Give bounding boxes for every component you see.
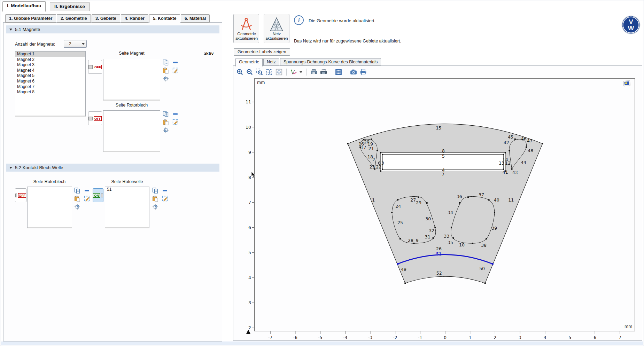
clear-selection-icon[interactable] [172,119,179,125]
magnet-list-item[interactable]: Magnet 5 [15,73,85,79]
edge-label-36: 36 [457,194,462,199]
selection-box-contact-rotorblech[interactable] [27,187,72,228]
edge-label-20: 20 [364,139,370,144]
axis-dropdown-caret-icon[interactable] [300,71,302,73]
magnet-list-item[interactable]: Magnet 7 [15,84,85,90]
magnet-list-item[interactable]: Magnet 3 [15,62,85,68]
vertex-dot [377,150,378,151]
edge-label-42: 42 [504,140,509,145]
paste-icon[interactable] [163,68,169,74]
edge-label-32: 32 [429,228,434,233]
aktiv-label: aktiv [204,51,214,56]
tab-netz[interactable]: Netz [263,58,279,66]
x-tick-label: -1 [418,335,422,340]
tab-1-globale-parameter[interactable]: 1. Globale Parameter [5,14,56,23]
update-geometry-button[interactable]: Geometrie aktualisieren [233,14,259,43]
x-tick-label: -4 [343,335,348,340]
magnet-list-item[interactable]: Magnet 1 [15,52,85,57]
edge-label-8: 8 [442,148,445,154]
zoom-to-selection-icon[interactable] [74,204,80,210]
clear-selection-icon[interactable] [84,196,90,202]
paste-icon[interactable] [74,196,80,202]
remove-icon[interactable] [172,111,179,117]
image-snapshot-icon[interactable] [310,69,317,76]
zoom-extents-icon[interactable] [266,69,273,76]
toggle-slider-icon [15,194,17,197]
magnet-list-item[interactable]: Magnet 2 [15,57,85,63]
toggle-seite-magnet[interactable]: OFF [88,60,102,74]
axis-orientation-icon[interactable] [290,69,297,76]
copy-icon[interactable] [152,188,158,194]
copy-icon[interactable] [163,111,169,117]
compass-icon [239,16,254,32]
section-contact-header[interactable]: 5.2 Kontakt Blech-Welle [6,164,219,172]
y-tick-label: 6 [248,225,251,230]
edge-label-49: 49 [401,267,406,272]
vertex-dot [503,154,504,155]
paste-icon[interactable] [163,119,169,125]
zoom-to-selection-icon[interactable] [152,204,158,210]
remove-icon[interactable] [162,188,168,194]
edge-label-30: 30 [425,216,431,221]
copy-icon[interactable] [163,60,169,66]
chevron-down-icon [82,43,85,45]
zoom-to-selection-icon[interactable] [163,76,169,82]
edge-label-10: 10 [459,242,465,247]
tab-modellaufbau[interactable]: I. Modellaufbau [2,1,46,11]
selection-box-seite-rotorblech[interactable] [103,110,160,152]
edge-label-45: 45 [508,134,513,140]
svg-text:i: i [298,17,300,24]
plot-window-icon[interactable] [623,80,631,87]
tab-3-gebiete[interactable]: 3. Gebiete [92,14,120,23]
edge-label-51: 51 [436,251,442,257]
image-snapshot-settings-icon[interactable] [320,69,327,76]
vertex-dot [467,196,469,198]
toggle-contact-rotorblech[interactable]: OFF [15,188,26,202]
show-geometry-labels-button[interactable]: Geometrie-Labels zeigen [234,48,290,56]
tab-5-kontakte[interactable]: 5. Kontakte [149,14,180,23]
remove-icon[interactable] [172,60,179,66]
magnet-list[interactable]: Magnet 1Magnet 2Magnet 3Magnet 4Magnet 5… [15,51,86,117]
tab-ergebnisse[interactable]: II. Ergebnisse [50,2,90,11]
print-icon[interactable] [360,69,367,76]
selection-box-seite-magnet[interactable] [103,59,160,101]
zoom-to-selection-icon[interactable] [163,127,169,133]
edge-label-52: 52 [436,270,442,276]
camera-icon[interactable] [350,69,357,76]
toggle-contact-rotorwelle[interactable]: ON [93,188,103,202]
zoom-box-icon[interactable] [256,69,263,76]
magnet-list-item[interactable]: Magnet 8 [15,89,85,95]
section-magnets-header[interactable]: 5.1 Magnete [6,25,219,33]
application-window: I. Modellaufbau II. Ergebnisse 1. Global… [0,0,644,346]
zoom-in-icon[interactable] [236,69,243,76]
x-tick-label: 1 [469,335,472,340]
edge-label-31: 31 [425,234,430,239]
zoom-out-icon[interactable] [246,69,253,76]
magnet-list-item[interactable]: Magnet 6 [15,79,85,84]
tab-geometrie[interactable]: Geometrie [235,58,263,66]
selected-edge-item[interactable]: 51 [105,187,149,192]
edge-label-3: 3 [381,160,384,166]
clear-selection-icon[interactable] [172,68,179,74]
plot-grid-icon[interactable] [335,69,342,76]
tab-spannungs-dehnungs-kurve-des-blechmaterials[interactable]: Spannungs-Dehnungs-Kurve des Blechmateri… [280,58,381,66]
tab-6-material[interactable]: 6. Material [181,14,210,23]
magnet-list-item[interactable]: Magnet 4 [15,68,85,73]
y-tick-label: 7 [248,200,251,205]
vertex-dot [451,227,452,228]
toggle-seite-rotorblech[interactable]: OFF [88,111,102,125]
vertex-dot [382,168,383,170]
remove-icon[interactable] [84,188,90,194]
copy-icon[interactable] [74,188,80,194]
selection-box-contact-rotorwelle[interactable]: 51 [105,187,149,228]
toggle-state-label: OFF [94,65,102,69]
clear-selection-icon[interactable] [162,196,168,202]
fit-view-icon[interactable] [276,69,282,76]
tab-2-geometrie[interactable]: 2. Geometrie [57,14,91,23]
edge-label-9: 9 [416,238,419,243]
update-mesh-button[interactable]: Netz aktualisieren [264,14,289,43]
paste-icon[interactable] [152,196,158,202]
magnet-count-dropdown[interactable]: 2 [64,40,87,48]
geometry-plot-canvas[interactable]: 1234567891011121314151617181920212223242… [242,79,643,344]
tab-4-ränder[interactable]: 4. Ränder [121,14,148,23]
